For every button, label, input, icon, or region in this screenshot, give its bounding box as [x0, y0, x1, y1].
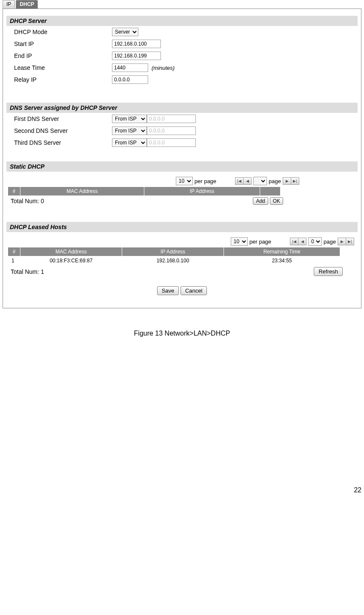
- refresh-button[interactable]: Refresh: [314, 267, 343, 276]
- start-ip-label: Start IP: [14, 40, 112, 47]
- dns2-mode-select[interactable]: From ISP: [112, 126, 147, 135]
- ok-button[interactable]: OK: [270, 197, 283, 205]
- dns1-ip-input: [147, 115, 196, 123]
- start-ip-input[interactable]: [112, 40, 161, 48]
- pager-last-icon[interactable]: ▶|: [346, 238, 354, 245]
- save-button[interactable]: Save: [157, 286, 179, 295]
- static-total: Total Num: 0: [11, 198, 44, 204]
- leased-per-page-label: per page: [249, 239, 271, 245]
- static-per-page-select[interactable]: 10: [176, 177, 193, 185]
- config-panel: DHCP Server DHCP Mode Server Start IP En…: [3, 9, 361, 308]
- add-button[interactable]: Add: [253, 197, 268, 205]
- lease-time-label: Lease Time: [14, 64, 112, 71]
- section-title-dns: DNS Server assigned by DHCP Server: [6, 103, 358, 113]
- relay-ip-label: Relay IP: [14, 76, 112, 83]
- leased-total: Total Num: 1: [11, 268, 44, 275]
- leased-col-mac: MAC Address: [20, 247, 122, 256]
- leased-col-remain: Remaining Time: [224, 247, 340, 256]
- static-per-page-label: per page: [195, 178, 216, 184]
- dhcp-mode-label: DHCP Mode: [14, 29, 112, 35]
- relay-ip-input[interactable]: [112, 75, 148, 84]
- section-title-static: Static DHCP: [6, 161, 358, 172]
- tab-ip[interactable]: IP: [3, 0, 15, 9]
- pager-next-icon[interactable]: ▶: [283, 177, 291, 185]
- page-number: 22: [3, 337, 361, 498]
- leased-page-select[interactable]: 0: [308, 237, 322, 246]
- pager-first-icon[interactable]: |◀: [235, 177, 244, 185]
- static-col-ip: IP Address: [144, 187, 260, 195]
- section-title-dhcp-server: DHCP Server: [6, 16, 358, 26]
- pager-first-icon[interactable]: |◀: [290, 238, 298, 245]
- leased-row1-remain: 23:34:55: [224, 256, 340, 265]
- section-title-leased: DHCP Leased Hosts: [6, 222, 358, 232]
- lease-time-unit: (minutes): [152, 65, 175, 71]
- dns3-ip-input: [147, 138, 196, 147]
- leased-col-num: #: [8, 247, 20, 256]
- leased-row1-mac: 00:18:F3:CE:69:87: [20, 256, 122, 265]
- pager-last-icon[interactable]: ▶|: [291, 177, 299, 185]
- static-col-blank: [260, 187, 281, 195]
- static-table: # MAC Address IP Address: [8, 187, 281, 195]
- leased-per-page-select[interactable]: 10: [231, 237, 248, 246]
- leased-page-label: page: [324, 239, 336, 245]
- static-col-num: #: [8, 187, 20, 195]
- end-ip-input[interactable]: [112, 52, 161, 60]
- dns3-label: Third DNS Server: [14, 139, 112, 146]
- pager-prev-icon[interactable]: ◀: [298, 238, 307, 245]
- dns1-label: First DNS Server: [14, 115, 112, 122]
- static-page-label: page: [269, 178, 281, 184]
- dns2-label: Second DNS Server: [14, 127, 112, 134]
- end-ip-label: End IP: [14, 52, 112, 59]
- leased-col-ip: IP Address: [122, 247, 224, 256]
- figure-caption: Figure 13 Network>LAN>DHCP: [3, 330, 361, 337]
- table-row: 1 00:18:F3:CE:69:87 192.168.0.100 23:34:…: [8, 256, 340, 265]
- leased-table: # MAC Address IP Address Remaining Time …: [8, 247, 340, 265]
- dns3-mode-select[interactable]: From ISP: [112, 138, 147, 147]
- cancel-button[interactable]: Cancel: [181, 286, 207, 295]
- tabs: IP DHCP: [3, 0, 361, 9]
- lease-time-input[interactable]: [112, 63, 148, 72]
- leased-row1-num: 1: [8, 256, 20, 265]
- dns1-mode-select[interactable]: From ISP: [112, 115, 147, 123]
- tab-dhcp[interactable]: DHCP: [16, 0, 38, 9]
- dns2-ip-input: [147, 126, 196, 135]
- pager-next-icon[interactable]: ▶: [338, 238, 346, 245]
- pager-prev-icon[interactable]: ◀: [244, 177, 252, 185]
- leased-row1-ip: 192.168.0.100: [122, 256, 224, 265]
- dhcp-mode-select[interactable]: Server: [112, 28, 138, 36]
- static-col-mac: MAC Address: [20, 187, 144, 195]
- static-page-select[interactable]: [253, 177, 267, 185]
